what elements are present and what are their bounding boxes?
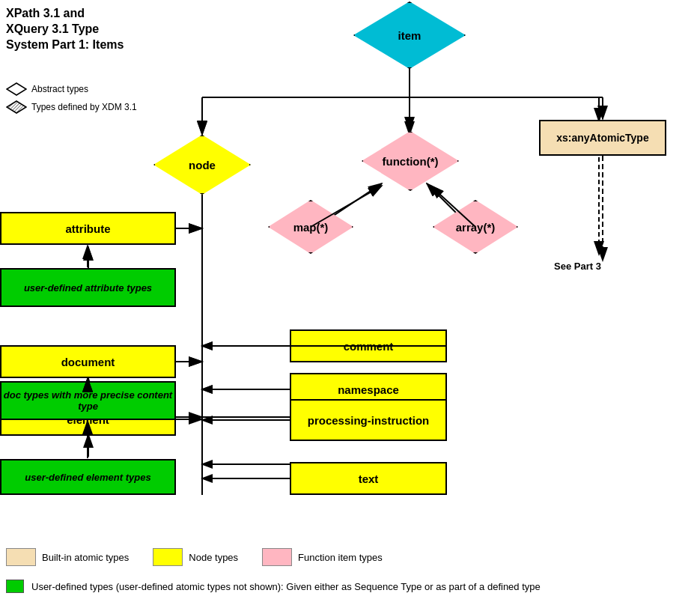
legend-nodetypes: Node types (153, 548, 238, 566)
node-types-label: Node types (189, 552, 238, 563)
page: XPath 3.1 and XQuery 3.1 Type System Par… (0, 0, 700, 608)
legend-block: Abstract types Types defined by XDM 3.1 (6, 82, 137, 118)
function-color-box (262, 548, 292, 566)
function-types-label: Function item types (298, 552, 383, 563)
builtin-label: Built-in atomic types (42, 552, 129, 563)
abstract-icon (6, 82, 27, 96)
node-processing-instruction: processing-instruction (290, 399, 447, 441)
node-xs-anyatomictype: xs:anyAtomicType (539, 120, 666, 156)
node-text: text (290, 462, 447, 495)
node-user-attr: user-defined attribute types (0, 268, 176, 307)
node-doc-types-visible: doc types with more precise content type (0, 381, 176, 420)
legend-xdm-label: Types defined by XDM 3.1 (31, 102, 137, 112)
node-array: array(*) (433, 200, 518, 254)
node-function: function(*) (362, 131, 459, 191)
builtin-color-box (6, 548, 36, 566)
svg-marker-0 (7, 83, 26, 95)
node-attribute: attribute (0, 212, 176, 245)
node-user-elem: user-defined element types (0, 459, 176, 495)
legend-bottom-row: Built-in atomic types Node types Functio… (6, 548, 383, 566)
xdm-icon (6, 100, 27, 114)
node-item: item (353, 1, 466, 69)
node-map: map(*) (268, 200, 353, 254)
legend-user-defined-row: User-defined types (user-defined atomic … (6, 580, 541, 593)
title-block: XPath 3.1 and XQuery 3.1 Type System Par… (6, 6, 126, 52)
user-defined-color-box (6, 580, 24, 593)
legend-functiontypes: Function item types (262, 548, 383, 566)
node-comment: comment (290, 329, 447, 362)
node-document: document (0, 345, 176, 378)
node-node: node (153, 135, 251, 195)
legend-abstract-label: Abstract types (31, 84, 88, 94)
legend-xdm: Types defined by XDM 3.1 (6, 100, 137, 114)
node-color-box (153, 548, 183, 566)
doc-types-label: doc types with more precise content type (1, 389, 174, 412)
page-title: XPath 3.1 and XQuery 3.1 Type System Par… (6, 6, 126, 52)
see-part3-label: See Part 3 (554, 261, 601, 272)
legend-builtin: Built-in atomic types (6, 548, 129, 566)
svg-marker-2 (7, 101, 26, 113)
user-defined-label: User-defined types (user-defined atomic … (31, 581, 541, 592)
legend-abstract: Abstract types (6, 82, 137, 96)
